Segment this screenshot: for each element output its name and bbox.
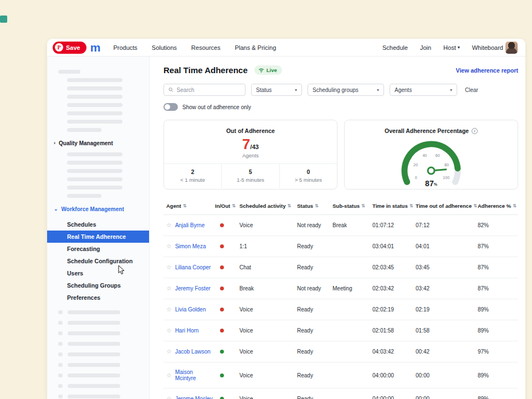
brand-logo[interactable]: m: [90, 42, 100, 53]
filter-dropdown[interactable]: Agents ▾: [390, 84, 457, 96]
table-row[interactable]: ☆ Anjali Byrne Voice Not ready Break 01:…: [163, 215, 518, 236]
table-row[interactable]: ☆ Simon Meza 1:1 Ready 03:04:01 04:01 87…: [163, 236, 518, 257]
column-header[interactable]: Adherence % ⇅: [478, 203, 518, 209]
nav-link[interactable]: Solutions: [152, 44, 177, 51]
skeleton-bar: [67, 152, 122, 156]
skeleton-bar: [67, 95, 122, 99]
nav-link[interactable]: Whiteboard: [472, 44, 503, 51]
star-icon[interactable]: ☆: [166, 395, 172, 399]
filter-dropdown[interactable]: Scheduling groups ▾: [308, 84, 384, 96]
sidebar-section-workforce-management[interactable]: ⌄ Workforce Management: [54, 206, 149, 212]
scheduled-activity-cell: Chat: [239, 264, 297, 270]
column-header[interactable]: Status ⇅: [297, 203, 332, 209]
adherence-cell: 89%: [478, 328, 518, 334]
sidebar-item[interactable]: Real Time Adherence: [47, 231, 149, 243]
time-in-status-cell: 03:04:01: [372, 243, 416, 249]
skeleton-bar: [67, 111, 122, 115]
out-of-adherence-value: 7: [242, 136, 250, 152]
time-in-status-cell: 04:00:00: [372, 372, 416, 378]
time-in-status-cell: 02:03:45: [372, 264, 416, 270]
agent-link[interactable]: Simon Meza: [175, 243, 206, 249]
column-header[interactable]: Agent ⇅: [166, 203, 215, 209]
agent-link[interactable]: Liliana Cooper: [175, 264, 211, 270]
sort-icon: ⇅: [410, 203, 413, 208]
sidebar-item[interactable]: Schedules: [47, 218, 149, 231]
filter-dropdown[interactable]: Status ▾: [251, 84, 302, 96]
table-body: ☆ Anjali Byrne Voice Not ready Break 01:…: [163, 215, 518, 399]
table-row[interactable]: ☆ Jerome Mosley Voice Ready 04:00:00 00:…: [163, 388, 518, 399]
star-icon[interactable]: ☆: [166, 243, 172, 250]
star-icon[interactable]: ☆: [166, 306, 172, 313]
star-icon[interactable]: ☆: [166, 285, 172, 292]
star-icon[interactable]: ☆: [166, 327, 172, 334]
top-navigation-bar: P Save m Products Solutions Resources Pl…: [47, 39, 525, 57]
inout-status-dot: [220, 287, 224, 290]
column-header[interactable]: In/Out ⇅: [215, 203, 239, 209]
table-row[interactable]: ☆ Liliana Cooper Chat Ready 02:03:45 03:…: [163, 257, 518, 278]
sort-icon: ⇅: [315, 203, 319, 208]
agent-cell: ☆ Liliana Cooper: [166, 264, 215, 271]
agent-link[interactable]: Hari Horn: [175, 328, 199, 334]
time-out-of-adherence-cell: 00:00: [416, 396, 478, 399]
star-icon[interactable]: ☆: [166, 264, 172, 271]
table-row[interactable]: ☆ Jacob Lawson Voice Ready 04:03:42 00:4…: [163, 341, 518, 362]
search-input[interactable]: [177, 87, 241, 93]
skeleton-row: [58, 395, 149, 398]
sidebar-item[interactable]: Users: [47, 267, 149, 279]
sidebar-item[interactable]: Forecasting: [47, 243, 149, 255]
out-of-adherence-toggle[interactable]: [163, 103, 178, 111]
save-button-label: Save: [66, 44, 80, 51]
inout-status-dot: [220, 350, 224, 354]
table-row[interactable]: ☆ Jeremy Foster Break Not ready Meeting …: [163, 278, 518, 299]
nav-link[interactable]: Resources: [191, 44, 221, 51]
star-icon[interactable]: ☆: [166, 222, 172, 229]
nav-link[interactable]: Schedule: [382, 44, 408, 51]
agent-link[interactable]: Jerome Mosley: [175, 396, 213, 399]
table-row[interactable]: ☆ Maison Mcintyre Voice Ready 04:00:00 0…: [163, 362, 518, 388]
star-icon[interactable]: ☆: [166, 348, 172, 355]
inout-status-dot: [220, 329, 224, 332]
time-out-of-adherence-cell: 00:00: [416, 372, 478, 378]
nav-link[interactable]: Join: [420, 44, 431, 51]
clear-filters-link[interactable]: Clear: [465, 87, 478, 93]
pinterest-save-button[interactable]: P Save: [53, 42, 86, 54]
time-in-status-cell: 01:07:12: [372, 222, 416, 228]
chevron-right-icon: ›: [54, 141, 55, 146]
adherence-cell: 89%: [478, 372, 518, 378]
secondary-nav: Schedule Join Host▾ Whiteboard: [382, 44, 503, 51]
agent-link[interactable]: Jacob Lawson: [175, 349, 211, 355]
star-icon[interactable]: ☆: [166, 372, 172, 379]
column-header[interactable]: Time out of adherence ⇅: [416, 203, 478, 209]
table-row[interactable]: ☆ Livia Golden Voice Ready 02:02:19 02:1…: [163, 299, 518, 320]
view-adherence-report-link[interactable]: View adherence report: [456, 67, 518, 74]
sidebar-section-quality-management[interactable]: › Quality Management: [54, 140, 149, 146]
agent-link[interactable]: Jeremy Foster: [175, 285, 211, 291]
app-window: P Save m Products Solutions Resources Pl…: [47, 39, 525, 399]
column-header[interactable]: Scheduled activity ⇅: [239, 203, 297, 209]
user-avatar[interactable]: [505, 42, 518, 54]
toggle-knob: [165, 104, 170, 110]
column-header[interactable]: Time in status ⇅: [372, 203, 416, 209]
agent-link[interactable]: Maison Mcintyre: [175, 369, 215, 381]
column-header[interactable]: Sub-status ⇅: [332, 203, 372, 209]
sidebar-item[interactable]: Scheduling Groups: [47, 279, 149, 291]
skeleton-bar: [67, 120, 122, 124]
sidebar-item[interactable]: Schedule Configuration: [47, 255, 149, 267]
adherence-cell: 89%: [478, 396, 518, 399]
info-icon[interactable]: i: [472, 128, 478, 134]
adherence-cell: 87%: [478, 264, 518, 270]
sort-icon: ⇅: [232, 203, 236, 208]
overall-adherence-card: Overall Adherence Percentage i 020406080…: [344, 120, 518, 190]
nav-link[interactable]: Products: [113, 44, 137, 51]
breakdown-stat: 2 < 1 minute: [164, 164, 221, 188]
nav-link[interactable]: Plans & Pricing: [235, 44, 277, 51]
agent-link[interactable]: Livia Golden: [175, 306, 206, 313]
table-row[interactable]: ☆ Hari Horn Voice Ready 02:01:58 01:58 8…: [163, 320, 518, 341]
status-cell: Ready: [297, 396, 332, 399]
sidebar-item[interactable]: Preferences: [47, 291, 149, 304]
out-of-adherence-total: /43: [250, 144, 259, 150]
scheduled-activity-cell: Voice: [239, 349, 297, 355]
in-out-cell: [215, 349, 239, 355]
agent-link[interactable]: Anjali Byrne: [175, 222, 204, 228]
nav-link[interactable]: Host▾: [443, 44, 460, 51]
